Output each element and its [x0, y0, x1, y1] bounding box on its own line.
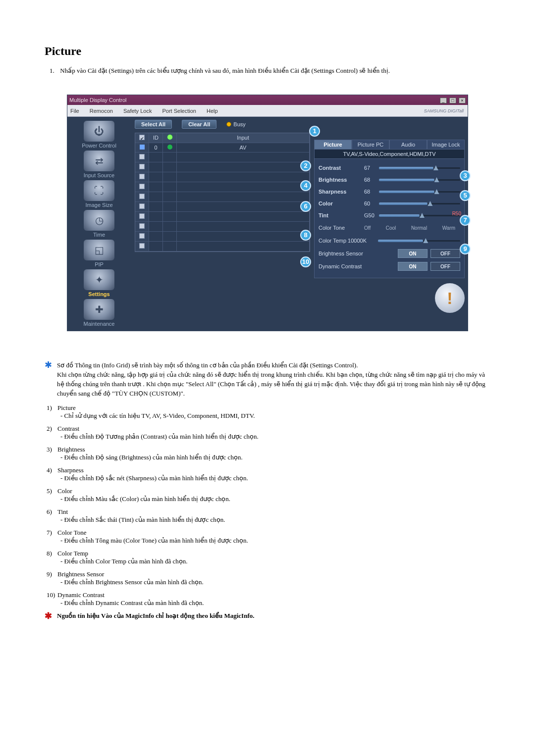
- sidebar-label: Settings: [72, 291, 126, 297]
- sidebar-item-input-source[interactable]: ⇄ Input Source: [72, 151, 126, 178]
- select-all-button[interactable]: Select All: [135, 120, 172, 129]
- intro-text: 1. Nhấp vào Cài đặt (Settings) trên các …: [45, 67, 490, 75]
- final-note: ✱ Nguồn tín hiệu Vào của MagicInfo chỉ h…: [45, 612, 490, 620]
- dynamic-contrast-on-button[interactable]: ON: [398, 262, 428, 271]
- row-checkbox[interactable]: [139, 194, 145, 199]
- grid-row[interactable]: [135, 222, 310, 232]
- row-checkbox[interactable]: [139, 174, 145, 179]
- row-checkbox[interactable]: [139, 164, 145, 169]
- callout-5: 5: [460, 190, 471, 201]
- sidebar-item-pip[interactable]: ◱ PIP: [72, 240, 126, 267]
- sidebar-label: Maintenance: [72, 321, 126, 327]
- brightness-sensor-off-button[interactable]: OFF: [430, 249, 460, 258]
- header-checkbox[interactable]: [139, 135, 145, 140]
- grid-row[interactable]: [135, 182, 310, 192]
- tab-audio[interactable]: Audio: [389, 140, 427, 150]
- param-label: Color Tone: [319, 225, 364, 231]
- def-body: - Điều chỉnh Color Temp của màn hình đã …: [47, 557, 490, 565]
- def-color: 5)Color - Điều chỉnh Màu sắc (Color) của…: [45, 487, 490, 503]
- menu-remocon[interactable]: Remocon: [90, 108, 113, 114]
- info-note-text: Sơ đồ Thông tin (Info Grid) sẽ trình bày…: [57, 361, 490, 398]
- grid-row[interactable]: 0 AV: [135, 143, 310, 152]
- info-button[interactable]: !: [435, 283, 465, 313]
- window-title: Multiple Display Control: [69, 97, 127, 103]
- def-body: - Điều chỉnh Sắc thái (Tint) của màn hìn…: [47, 516, 490, 524]
- def-title: Brightness Sensor: [57, 570, 104, 578]
- sharpness-slider[interactable]: [379, 189, 460, 194]
- def-body: - Điều chỉnh Tông màu (Color Tone) của m…: [47, 537, 490, 545]
- final-note-text: Nguồn tín hiệu Vào của MagicInfo chỉ hoạ…: [57, 612, 254, 620]
- busy-label: Busy: [233, 121, 245, 127]
- clear-all-button[interactable]: Clear All: [182, 120, 216, 129]
- tone-opt-warm[interactable]: Warm: [442, 225, 455, 231]
- grid-row[interactable]: [135, 172, 310, 182]
- window-buttons: _ □ ×: [439, 97, 466, 103]
- minimize-button[interactable]: _: [440, 98, 447, 103]
- brightness-slider[interactable]: [379, 177, 460, 182]
- brightness-sensor-on-button[interactable]: ON: [398, 249, 428, 258]
- row-cursor-icon: [140, 145, 145, 150]
- color-temp-slider[interactable]: [378, 238, 460, 243]
- grid-row[interactable]: [135, 192, 310, 202]
- close-button[interactable]: ×: [459, 98, 466, 103]
- def-num: 10): [47, 591, 57, 599]
- info-note: ✱ Sơ đồ Thông tin (Info Grid) sẽ trình b…: [45, 361, 490, 398]
- def-title: Dynamic Contrast: [57, 591, 105, 599]
- sidebar-item-maintenance[interactable]: ✚ Maintenance: [72, 299, 126, 327]
- def-color-temp: 8)Color Temp - Điều chỉnh Color Temp của…: [45, 550, 490, 565]
- contrast-slider[interactable]: [379, 165, 460, 170]
- sidebar-item-settings[interactable]: ✦ Settings: [72, 269, 126, 297]
- grid-row[interactable]: [135, 242, 310, 252]
- grid-row[interactable]: [135, 152, 310, 162]
- grid-row[interactable]: [135, 162, 310, 172]
- row-checkbox[interactable]: [139, 154, 145, 159]
- grid-row[interactable]: [135, 212, 310, 222]
- param-label: Brightness Sensor: [319, 251, 395, 256]
- param-label: Color: [319, 201, 364, 206]
- def-body: - Chỉ sử dụng với các tín hiệu TV, AV, S…: [47, 412, 490, 420]
- def-title: Tint: [57, 508, 68, 515]
- param-label: Dynamic Contrast: [319, 263, 395, 269]
- tone-opt-cool[interactable]: Cool: [386, 225, 396, 231]
- menu-port-selection[interactable]: Port Selection: [162, 108, 196, 114]
- col-input: Input: [177, 133, 310, 143]
- busy-dot-icon: [226, 122, 231, 127]
- callout-2: 2: [300, 160, 311, 171]
- row-checkbox[interactable]: [139, 213, 145, 219]
- color-slider[interactable]: [379, 201, 460, 206]
- grid-row[interactable]: [135, 202, 310, 212]
- sidebar-item-power-control[interactable]: ⏻ Power Control: [72, 121, 126, 149]
- tab-image-lock[interactable]: Image Lock: [427, 140, 465, 150]
- window-titlebar[interactable]: Multiple Display Control _ □ ×: [67, 95, 468, 105]
- row-checkbox[interactable]: [139, 233, 145, 239]
- row-checkbox[interactable]: [139, 223, 145, 229]
- intro-number: 1.: [50, 67, 58, 75]
- tint-slider[interactable]: R50: [379, 213, 460, 218]
- dynamic-contrast-off-button[interactable]: OFF: [430, 262, 460, 271]
- def-brightness: 3)Brightness - Điều chỉnh Độ sáng (Brigh…: [45, 446, 490, 461]
- intro-body: Nhấp vào Cài đặt (Settings) trên các biể…: [60, 67, 390, 74]
- param-dynamic-contrast: Dynamic Contrast ON OFF: [319, 260, 460, 273]
- callout-3: 3: [460, 170, 471, 181]
- row-checkbox[interactable]: [139, 184, 145, 189]
- grid-row[interactable]: [135, 232, 310, 242]
- tab-picture-pc[interactable]: Picture PC: [352, 140, 389, 150]
- row-checkbox[interactable]: [139, 203, 145, 209]
- menu-safety-lock[interactable]: Safety Lock: [123, 108, 152, 114]
- maximize-button[interactable]: □: [449, 98, 456, 103]
- def-body: - Điều chỉnh Độ sáng (Brightness) của mà…: [47, 454, 490, 461]
- source-line: TV,AV,S-Video,Component,HDMI,DTV: [314, 150, 465, 159]
- tone-opt-off[interactable]: Off: [364, 225, 371, 231]
- def-title: Contrast: [57, 425, 79, 432]
- tab-picture[interactable]: Picture: [314, 140, 352, 150]
- sidebar-item-image-size[interactable]: ⛶ Image Size: [72, 180, 126, 208]
- row-checkbox[interactable]: [139, 243, 145, 249]
- picture-params: Contrast 67 Brightness 68 Sharpness 68: [314, 159, 465, 278]
- menu-help[interactable]: Help: [207, 108, 218, 114]
- info-grid: ID Input 0 AV: [135, 133, 310, 252]
- tone-opt-normal[interactable]: Normal: [411, 225, 427, 231]
- sidebar-item-time[interactable]: ◷ Time: [72, 210, 126, 238]
- menu-file[interactable]: File: [70, 108, 79, 114]
- color-tone-options[interactable]: Off Cool Normal Warm: [364, 225, 460, 231]
- def-num: 6): [47, 508, 57, 516]
